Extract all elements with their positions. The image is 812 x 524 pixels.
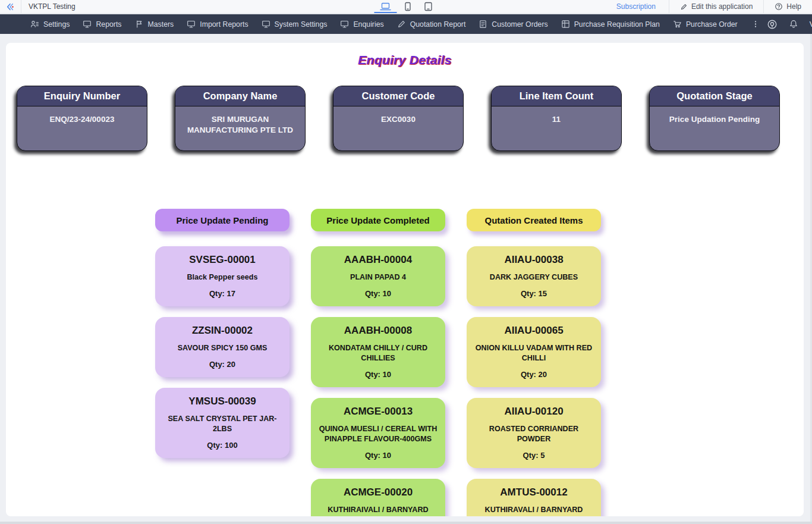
kanban-card-code: SVSEG-00001 — [160, 254, 284, 266]
view-switcher — [378, 0, 435, 13]
app-logo-icon[interactable] — [0, 2, 21, 12]
kanban-card-qty: Qty: 20 — [160, 360, 284, 369]
nav-item-quotation-report[interactable]: Quotation Report — [391, 14, 473, 34]
kanban-card-code: AMTUS-00012 — [472, 487, 596, 498]
nav-item-reports[interactable]: Reports — [76, 14, 128, 34]
kanban-card-qty: Qty: 20 — [472, 370, 596, 379]
nav-item-label: Import Reports — [200, 20, 248, 29]
kanban-column-header: Price Update Completed — [311, 209, 445, 231]
kanban-card-acmge-00013[interactable]: ACMGE-00013 QUINOA MUESLI / CEREAL WITH … — [311, 398, 445, 468]
kanban-card-svseg-00001[interactable]: SVSEG-00001 Black Pepper seeds Qty: 17 — [155, 246, 289, 306]
kanban-column-header: Price Update Pending — [155, 209, 289, 231]
desktop-view-icon[interactable] — [378, 0, 394, 13]
kanban-board: Price Update Pending SVSEG-00001 Black P… — [155, 209, 804, 516]
kanban-card-name: ONION KILLU VADAM WITH RED CHILLI — [472, 343, 596, 363]
kanban-column-header: Qutation Created Items — [467, 209, 601, 231]
kanban-card-name: Black Pepper seeds — [160, 272, 284, 283]
kanban-card-name: PLAIN PAPAD 4 — [316, 272, 440, 283]
kanban-column-cards: SVSEG-00001 Black Pepper seeds Qty: 17 Z… — [155, 246, 289, 458]
kanban-column-price-update-completed: Price Update Completed AAABH-00004 PLAIN… — [311, 209, 445, 516]
horizontal-scrollbar[interactable] — [0, 522, 812, 524]
flag-icon — [135, 20, 144, 29]
nav-item-purchase-requisition-plan[interactable]: Purchase Requisition Plan — [555, 14, 666, 34]
nav-item-masters[interactable]: Masters — [128, 14, 181, 34]
nav-item-import-reports[interactable]: Import Reports — [180, 14, 254, 34]
page-background: Enquiry Details Enquiry Number ENQ/23-24… — [0, 34, 812, 524]
topbar-right: Subscription Edit this application Help — [603, 0, 812, 13]
kanban-card-name: QUINOA MUESLI / CEREAL WITH PINAPPLE FLA… — [316, 424, 440, 444]
kanban-card-name: SEA SALT CRYSTAL PET JAR-2LBS — [160, 414, 284, 434]
pen-icon — [397, 20, 406, 29]
kanban-column-price-update-pending: Price Update Pending SVSEG-00001 Black P… — [155, 209, 289, 458]
nav-item-enquiries[interactable]: Enquiries — [333, 14, 390, 34]
user-name[interactable]: VKTPL — [810, 20, 812, 29]
nav-item-label: Purchase Requisition Plan — [574, 20, 660, 29]
kanban-card-zzsin-00002[interactable]: ZZSIN-00002 SAVOUR SPICY 150 GMS Qty: 20 — [155, 317, 289, 377]
kanban-card-aiiau-00038[interactable]: AIIAU-00038 DARK JAGGERY CUBES Qty: 15 — [467, 246, 601, 306]
summary-card-enquiry-number: Enquiry Number ENQ/23-24/00023 — [17, 86, 147, 151]
kanban-card-qty: Qty: 100 — [160, 441, 284, 450]
nav-right: VKTPL V — [767, 16, 812, 32]
monitor-icon — [187, 20, 196, 29]
nav-item-purchase-order[interactable]: Purchase Order — [666, 14, 744, 34]
subscription-link[interactable]: Subscription — [603, 2, 669, 11]
kanban-card-code: ACMGE-00020 — [316, 487, 440, 498]
summary-card-header: Line Item Count — [492, 86, 621, 106]
cart-icon — [673, 20, 682, 29]
kanban-card-name: KUTHIRAIVALI / BARNYARD MILLET FLAKES-50… — [316, 505, 440, 516]
kanban-card-name: KONDATAM CHILLY / CURD CHILLIES — [316, 343, 440, 363]
phone-view-icon[interactable] — [403, 0, 413, 13]
kebab-menu-icon — [751, 20, 760, 29]
nav-item-settings[interactable]: Settings — [24, 14, 76, 34]
form-icon — [561, 20, 570, 29]
help-label: Help — [786, 2, 801, 11]
nav-item-customer-orders[interactable]: Customer Orders — [472, 14, 554, 34]
user-settings-icon — [30, 20, 39, 29]
help-icon — [775, 2, 783, 11]
content-card: Enquiry Details Enquiry Number ENQ/23-24… — [6, 43, 804, 516]
kanban-card-ymsus-00039[interactable]: YMSUS-00039 SEA SALT CRYSTAL PET JAR-2LB… — [155, 388, 289, 458]
kanban-card-code: AIIAU-00038 — [472, 254, 596, 266]
nav-more-button[interactable] — [744, 14, 767, 34]
kanban-card-code: AIIAU-00120 — [472, 406, 596, 418]
kanban-card-name: SAVOUR SPICY 150 GMS — [160, 343, 284, 353]
kanban-card-qty: Qty: 10 — [316, 451, 440, 460]
nav-item-system-settings[interactable]: System Settings — [255, 14, 334, 34]
nav-item-label: Masters — [148, 20, 174, 29]
tablet-view-icon[interactable] — [423, 0, 435, 13]
kanban-card-code: AAABH-00008 — [316, 325, 440, 337]
summary-card-value: ENQ/23-24/00023 — [17, 106, 147, 125]
nav-item-label: System Settings — [275, 20, 328, 29]
support-icon[interactable] — [767, 19, 778, 30]
kanban-card-code: AAABH-00004 — [316, 254, 440, 266]
kanban-card-qty: Qty: 15 — [472, 289, 596, 298]
nav-item-label: Reports — [96, 20, 121, 29]
topbar: VKTPL Testing Subscription — [0, 0, 812, 14]
kanban-column-cards: AAABH-00004 PLAIN PAPAD 4 Qty: 10 AAABH-… — [311, 246, 445, 516]
kanban-card-code: ZZSIN-00002 — [160, 325, 284, 337]
kanban-card-qty: Qty: 5 — [472, 451, 596, 460]
kanban-card-amtus-00012[interactable]: AMTUS-00012 KUTHIRAVALI / BARNYARD MILLE… — [467, 479, 601, 516]
summary-card-value: EXC0030 — [333, 106, 463, 125]
summary-card-header: Company Name — [175, 86, 305, 106]
kanban-card-qty: Qty: 17 — [160, 289, 284, 298]
summary-card-line-item-count: Line Item Count 11 — [491, 86, 622, 151]
kanban-card-name: ROASTED CORRIANDER POWDER — [472, 424, 596, 444]
kanban-card-aiiau-00120[interactable]: AIIAU-00120 ROASTED CORRIANDER POWDER Qt… — [467, 398, 601, 468]
kanban-card-code: YMSUS-00039 — [160, 396, 284, 407]
edit-application-button[interactable]: Edit this application — [669, 2, 763, 11]
nav-item-label: Enquiries — [353, 20, 383, 29]
kanban-card-aiiau-00065[interactable]: AIIAU-00065 ONION KILLU VADAM WITH RED C… — [467, 317, 601, 387]
kanban-column-qutation-created-items: Qutation Created Items AIIAU-00038 DARK … — [467, 209, 601, 516]
notifications-bell-icon[interactable] — [789, 19, 798, 29]
help-button[interactable]: Help — [764, 2, 812, 11]
kanban-column-cards: AIIAU-00038 DARK JAGGERY CUBES Qty: 15 A… — [467, 246, 601, 516]
app-title: VKTPL Testing — [21, 2, 83, 11]
kanban-card-aaabh-00008[interactable]: AAABH-00008 KONDATAM CHILLY / CURD CHILL… — [311, 317, 445, 387]
document-icon — [479, 20, 487, 29]
page-title: Enquiry Details — [6, 53, 804, 67]
summary-card-header: Enquiry Number — [17, 86, 147, 106]
kanban-card-acmge-00020[interactable]: ACMGE-00020 KUTHIRAIVALI / BARNYARD MILL… — [311, 479, 445, 516]
kanban-card-name: DARK JAGGERY CUBES — [472, 272, 596, 283]
kanban-card-aaabh-00004[interactable]: AAABH-00004 PLAIN PAPAD 4 Qty: 10 — [311, 246, 445, 306]
